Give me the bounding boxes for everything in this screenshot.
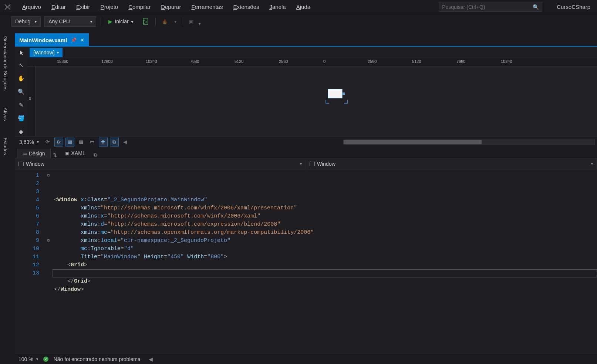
fold-marker (44, 212, 53, 220)
menu-extensões[interactable]: Extensões (228, 2, 264, 11)
menu-arquivo[interactable]: Arquivo (17, 2, 46, 11)
left-tool-tabs: Gerenciador de Soluções Ativos Estados (0, 29, 10, 364)
shape-tool-icon[interactable]: ◆ (17, 127, 26, 136)
line-number: 1 (15, 172, 39, 180)
designer-zoom-row: 3,63% ▾ ⟳ fx ▦ ▦ ▭ ✚ ⧉ ◀ (15, 136, 597, 147)
xaml-tab[interactable]: ▣ XAML (60, 148, 91, 158)
code-line[interactable] (54, 269, 597, 277)
line-number: 7 (15, 220, 39, 229)
fold-marker (44, 229, 53, 237)
code-line[interactable]: <Grid> (54, 261, 597, 269)
start-noDebug-button[interactable]: ▷ (140, 16, 151, 27)
code-line[interactable]: </Window> (54, 286, 597, 294)
snaplines-icon[interactable]: ✚ (99, 138, 108, 146)
menu-exibir[interactable]: Exibir (71, 2, 95, 11)
fx-icon[interactable]: fx (54, 138, 63, 146)
overflow-icon[interactable]: ▾ (199, 22, 200, 26)
pointer-icon[interactable] (17, 47, 27, 58)
popout-icon[interactable]: ⧉ (91, 152, 100, 158)
fold-marker (44, 269, 53, 277)
design-tab[interactable]: ▭ Design (17, 149, 51, 158)
designer-zoom-dropdown[interactable]: 3,63% ▾ (17, 139, 41, 145)
editor-zoom-dropdown[interactable]: 100 % ▾ (18, 356, 38, 362)
swap-panes-icon[interactable]: ⇅ (51, 152, 60, 158)
fold-marker[interactable]: ⊟ (44, 172, 53, 180)
grid-icon[interactable]: ▦ (65, 138, 74, 146)
eyedropper-tool-icon[interactable]: ✎ (17, 101, 26, 109)
caret-down-icon: ▾ (90, 20, 92, 24)
fold-marker (44, 188, 53, 196)
menu-depurar[interactable]: Depurar (156, 2, 186, 11)
corner-handle[interactable] (326, 100, 329, 104)
code-line[interactable]: xmlns:local="clr-namespace:_2_SegundoPro… (54, 237, 597, 245)
collapse-left-icon[interactable]: ◀ (149, 356, 153, 362)
device-icon[interactable]: ⧉ (110, 138, 119, 146)
code-line[interactable]: </Grid> (54, 277, 597, 286)
ruler-h-tick: 2560 (368, 59, 377, 64)
designer-scrollbar-h[interactable] (343, 139, 595, 145)
code-line[interactable]: xmlns:d="http://schemas.microsoft.com/ex… (54, 220, 597, 229)
separator (101, 17, 101, 26)
code-editor[interactable]: 12345678910111213 ⊟⊟ <Window x:Class="_2… (15, 169, 597, 354)
crumb-left[interactable]: Window ▾ (15, 158, 306, 169)
crumb-right[interactable]: Window ▾ (306, 158, 597, 169)
designer-tool-column: ↖ ✋ 🔍 ✎ 🪣 ◆ (15, 58, 27, 136)
code-line[interactable]: xmlns:mc="http://schemas.openxmlformats.… (54, 229, 597, 237)
code-line[interactable]: xmlns:x="http://schemas.microsoft.com/wi… (54, 212, 597, 220)
config-dropdown[interactable]: Debug ▾ (11, 16, 41, 27)
pin-icon[interactable]: 📌 (71, 37, 77, 43)
solution-explorer-tab[interactable]: Gerenciador de Soluções (2, 33, 9, 94)
editor-zoom-label: 100 % (18, 356, 33, 362)
toolbar: Debug ▾ Any CPU ▾ ▶ Iniciar ▾ ▷ 🔥 ▾ ▣ ▾ (0, 14, 597, 29)
refresh-icon[interactable]: ⟳ (43, 138, 52, 146)
assets-tab[interactable]: Ativos (2, 105, 9, 124)
corner-handle[interactable] (344, 100, 348, 104)
layout-icon[interactable]: ▣ (188, 19, 195, 24)
element-dropdown[interactable]: [Window] ▾ (30, 48, 63, 57)
caret-down-icon: ▾ (36, 357, 38, 361)
ruler-h-tick: 7680 (190, 59, 199, 64)
ruler-v-tick: 0 (29, 96, 31, 101)
menu-editar[interactable]: Editar (46, 2, 71, 11)
pan-tool-icon[interactable]: ✋ (17, 74, 26, 83)
code-line[interactable]: mc:Ignorable="d" (54, 245, 597, 253)
caret-down-icon: ▾ (173, 19, 178, 24)
states-tab[interactable]: Estados (2, 135, 9, 158)
hot-reload-icon[interactable]: 🔥 (160, 19, 169, 24)
menu-janela[interactable]: Janela (264, 2, 291, 11)
designer-canvas[interactable] (36, 67, 597, 136)
start-button[interactable]: ▶ Iniciar ▾ (105, 16, 136, 27)
selected-window-preview[interactable] (328, 89, 351, 107)
ruler-h-tick: 2560 (279, 59, 288, 64)
fold-marker[interactable]: ⊟ (44, 237, 53, 245)
platform-dropdown[interactable]: Any CPU ▾ (44, 16, 96, 27)
menu-ajuda[interactable]: Ajuda (291, 2, 316, 11)
menu-compilar[interactable]: Compilar (123, 2, 156, 11)
designer-surface[interactable]: 1536012800102407680512025600256051207680… (27, 58, 597, 136)
code-line[interactable]: Title="MainWindow" Height="450" Width="8… (54, 253, 597, 261)
select-tool-icon[interactable]: ↖ (17, 61, 26, 70)
scrollbar-thumb[interactable] (344, 140, 482, 144)
menu-projeto[interactable]: Projeto (95, 2, 124, 11)
caret-down-icon: ▾ (300, 162, 302, 166)
fold-column[interactable]: ⊟⊟ (44, 169, 53, 354)
resize-handle[interactable] (343, 92, 345, 95)
collapse-left-icon[interactable]: ◀ (121, 139, 129, 145)
code-line[interactable] (54, 294, 597, 302)
snap-icon[interactable]: ▭ (88, 138, 97, 146)
code-line[interactable]: <Window x:Class="_2_SegundoProjeto.MainW… (54, 196, 597, 204)
crumb-right-label: Window (317, 161, 335, 167)
solution-name: CursoCSharp (553, 4, 594, 10)
search-box[interactable]: 🔍 (439, 2, 542, 12)
bucket-tool-icon[interactable]: 🪣 (17, 114, 26, 123)
close-icon[interactable]: ✕ (80, 37, 84, 43)
menu-ferramentas[interactable]: Ferramentas (186, 2, 228, 11)
document-tab[interactable]: MainWindow.xaml 📌 ✕ (15, 33, 89, 46)
window-preview-rect (328, 89, 343, 98)
zoom-tool-icon[interactable]: 🔍 (17, 87, 26, 96)
search-input[interactable] (442, 4, 533, 10)
code-line[interactable]: xmlns="http://schemas.microsoft.com/winf… (54, 204, 597, 212)
grid2-icon[interactable]: ▦ (77, 138, 85, 146)
code-area[interactable]: <Window x:Class="_2_SegundoProjeto.MainW… (53, 169, 597, 354)
ruler-h-tick: 7680 (456, 59, 465, 64)
